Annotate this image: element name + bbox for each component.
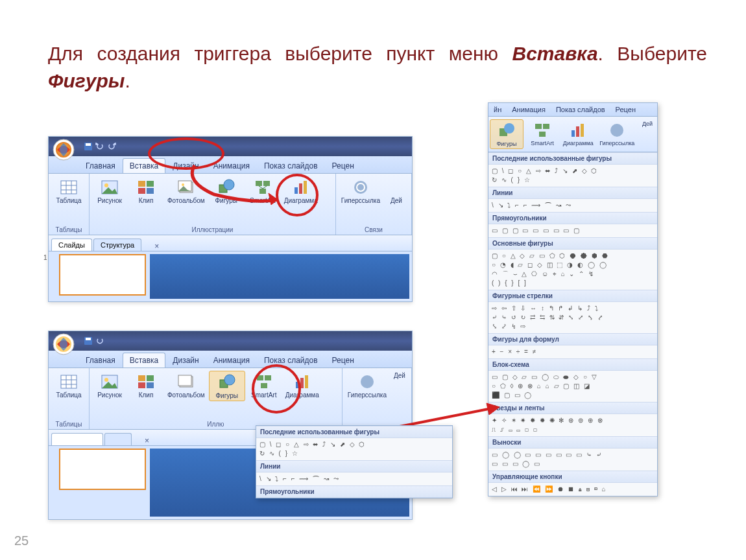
photoalbum-button-2[interactable]: Фотоальбом — [165, 371, 208, 401]
gallery-stars-title: Звезды и ленты — [488, 402, 657, 414]
tab-review[interactable]: Рецен — [325, 158, 361, 173]
tab-review-2[interactable]: Рецен — [325, 353, 361, 368]
group-illustrations-label: Иллюстрации — [92, 225, 333, 233]
table-button[interactable]: Таблица — [51, 176, 86, 205]
shapes-lines-row[interactable]: \ ↘ ⤵ ⌐ ⌐ ⟿ ⌒ ↝ ⤳ — [256, 472, 452, 485]
slide-thumbnail-2[interactable] — [59, 449, 146, 490]
svg-point-61 — [610, 124, 623, 137]
title-bar-2 — [49, 331, 412, 351]
tab-insert[interactable]: Вставка — [123, 158, 166, 173]
tab-design[interactable]: Дизайн — [165, 158, 206, 173]
gallery-callouts-shapes[interactable]: ▭ ◯ ◯ ▭ ▭ ▭ ▭ ▭ ▭ ⤷ ⤶▭ ▭ ▭ ◯ ▭ — [488, 449, 657, 471]
shapes-gallery-full: йн Анимация Показ слайдов Рецен Фигуры S… — [488, 102, 658, 496]
hyperlink-button[interactable]: Гиперссылка — [339, 176, 383, 205]
photoalbum-button[interactable]: Фотоальбом — [165, 176, 208, 205]
gallery-top-tabs: йн Анимация Показ слайдов Рецен — [488, 103, 657, 117]
gallery-basic-title: Основные фигуры — [488, 237, 657, 250]
svg-rect-49 — [296, 382, 299, 388]
quick-access-toolbar — [84, 142, 116, 151]
hyperlink-icon-2 — [357, 372, 377, 391]
picture-icon-2 — [100, 372, 119, 391]
outline-tab[interactable]: Структура — [93, 239, 141, 251]
slides-tab[interactable]: Слайды — [51, 239, 92, 251]
shapes-dropdown-popup: Последние использованные фигуры ▢ \ ◻ ○ … — [256, 425, 453, 498]
svg-rect-20 — [256, 181, 262, 186]
svg-rect-59 — [576, 126, 579, 137]
gallery-stars-shapes[interactable]: ✦ ✧ ✶ ✷ ✸ ✹ ✺ ✻ ⊛ ⊚ ⊕ ⊗⎍ ⎎ ▭ ▭ ▢ ▢ — [488, 414, 657, 436]
chart-icon-3 — [568, 121, 588, 140]
svg-rect-11 — [138, 181, 145, 187]
tab-animation-2[interactable]: Анимация — [206, 353, 257, 368]
tab-home[interactable]: Главная — [78, 158, 123, 173]
tab-slideshow-2[interactable]: Показ слайдов — [257, 353, 325, 368]
svg-rect-3 — [86, 143, 91, 146]
tab-design-2[interactable]: Дизайн — [165, 353, 206, 368]
shapes-button-active[interactable]: Фигуры — [209, 371, 245, 401]
redo-icon[interactable] — [107, 142, 116, 151]
shapes-icon-2 — [217, 373, 237, 392]
gallery-recent-shapes[interactable]: ▢ \ ◻ ○ △ ⇨ ⬌ ⤴ ↘ ⬈ ◇ ⬡↻ ∿ ( } ☆ — [488, 165, 657, 187]
svg-rect-48 — [261, 383, 267, 388]
smartart-button[interactable]: SmartArt — [245, 176, 280, 205]
action-button[interactable]: Дей — [384, 176, 409, 205]
svg-rect-22 — [259, 189, 266, 194]
svg-rect-31 — [61, 375, 77, 388]
svg-rect-23 — [295, 187, 298, 194]
undo-icon[interactable] — [95, 142, 104, 151]
hyperlink-button-2[interactable]: Гиперссылка — [345, 371, 389, 400]
section-rects: Прямоугольники — [256, 485, 452, 498]
gallery-hyperlink-button[interactable]: Гиперссылка — [598, 119, 636, 149]
tab-insert-2[interactable]: Вставка — [123, 353, 166, 368]
shapes-recent-row[interactable]: ▢ \ ◻ ○ △ ⇨ ⬌ ⤴ ↘ ⬈ ◇ ⬡↻ ∿ ( } ☆ — [256, 438, 452, 460]
undo-icon-2[interactable] — [95, 336, 104, 345]
tab-home-2[interactable]: Главная — [78, 353, 123, 368]
smartart-button-2[interactable]: SmartArt — [247, 371, 282, 401]
shapes-button[interactable]: Фигуры — [209, 176, 244, 205]
gallery-basic-shapes[interactable]: ▢ ○ △ ◇ ▱ ▭ ⬠ ⬡ ⯃ ⯄ ⬢ ⬣○ ◔ ◖ ▱ ◻ ◇ ◫ ⬚ ◑… — [488, 250, 657, 290]
gallery-rects-shapes[interactable]: ▭ ▢ ▢ ▭ ▭ ▭ ▭ ▭ ▢ — [488, 224, 657, 237]
chart-button-2[interactable]: Диаграмма — [283, 371, 322, 401]
ribbon-body: Таблица Таблицы Рисунок Клип — [49, 173, 412, 235]
svg-rect-46 — [257, 375, 263, 380]
tab-slideshow[interactable]: Показ слайдов — [257, 158, 325, 173]
tab-animation[interactable]: Анимация — [206, 158, 257, 173]
svg-point-19 — [224, 180, 234, 190]
clipart-icon — [136, 178, 156, 197]
gallery-arrows-shapes[interactable]: ⇨ ⇦ ⇧ ⇩ ↔ ↕ ↰ ↱ ↲ ↳ ⤴ ⤵⤶ ⤷ ↺ ↻ ⇄ ⇆ ⇅ ⇵ ⤡… — [488, 302, 657, 333]
svg-point-45 — [224, 375, 235, 385]
picture-button[interactable]: Рисунок — [92, 176, 127, 205]
office-button-icon-2[interactable] — [53, 333, 75, 355]
clipart-button[interactable]: Клип — [128, 176, 163, 205]
save-icon[interactable] — [84, 142, 93, 151]
shapes-icon — [217, 178, 236, 197]
gallery-action-button[interactable]: Дей — [639, 119, 656, 149]
gallery-actions-shapes[interactable]: ◁ ▷ ⏮ ⏭ ⏪ ⏩ ⏺ ⏹ ⏏ ▣ ◫ ⌂ — [488, 483, 657, 496]
instruction-text: Для создания триггера выберите пункт мен… — [48, 40, 707, 95]
slides-tab-2[interactable] — [51, 433, 103, 445]
action-icon — [387, 178, 406, 197]
picture-button-2[interactable]: Рисунок — [92, 371, 127, 401]
office-button-icon[interactable] — [53, 139, 75, 161]
svg-rect-21 — [263, 181, 270, 186]
close-panel-icon[interactable]: × — [154, 242, 159, 251]
gallery-formula-shapes[interactable]: + − × ÷ = ≠ — [488, 345, 657, 358]
svg-rect-47 — [265, 375, 271, 380]
chart-button[interactable]: Диаграмма — [282, 176, 320, 205]
svg-rect-51 — [305, 375, 308, 388]
instr-em2: Фигуры — [48, 70, 125, 91]
clipart-button-2[interactable]: Клип — [128, 371, 163, 401]
save-icon-2[interactable] — [84, 336, 93, 345]
table-button-2[interactable]: Таблица — [51, 371, 86, 400]
close-panel-icon-2[interactable]: × — [145, 436, 149, 445]
svg-point-17 — [182, 183, 184, 186]
gallery-chart-button[interactable]: Диаграмма — [561, 119, 596, 149]
gallery-lines-shapes[interactable]: \ ↘ ⤵ ⌐ ⌐ ⟿ ⌒ ↝ ⤳ — [488, 199, 657, 212]
table-icon-2 — [59, 372, 78, 391]
gallery-flowchart-shapes[interactable]: ▭ ▢ ◇ ▱ ▭ ◯ ⬭ ⬬ ◇ ○ ▽○ ⬠ ◊ ⊕ ⊗ ⌂ ⌂ ▱ ▢ ◫… — [488, 371, 657, 402]
outline-tab-2[interactable] — [104, 433, 132, 445]
action-button-2[interactable]: Дей — [391, 371, 409, 400]
slide-thumbnail[interactable] — [59, 254, 146, 296]
gallery-actions-title: Управляющие кнопки — [488, 471, 657, 483]
gallery-smartart-button[interactable]: SmartArt — [526, 119, 559, 149]
gallery-shapes-button[interactable]: Фигуры — [490, 119, 523, 149]
